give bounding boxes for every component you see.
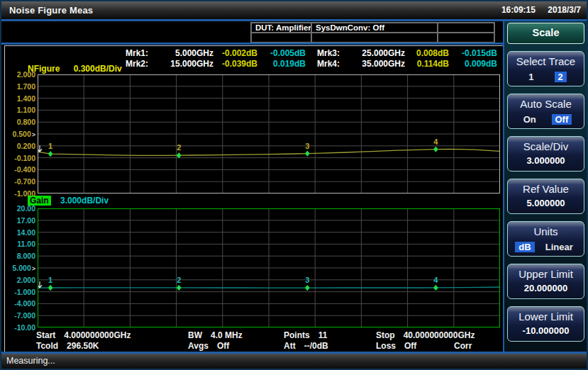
attenuation-readout: Att--/0dB	[284, 341, 328, 351]
units-option-linear[interactable]: Linear	[542, 242, 577, 252]
ref-level-arrow-icon: >	[32, 265, 35, 272]
svg-text:3: 3	[305, 142, 309, 150]
gain-scale-per-div: 3.000dB/Div	[60, 196, 109, 206]
svg-text:1: 1	[48, 276, 52, 284]
marker4-gain-value: 0.009dB	[449, 59, 497, 69]
auto-scale-option-off[interactable]: Off	[552, 114, 572, 125]
y-axis-tick-label: -10.00	[14, 323, 35, 332]
marker3-name: Mrk3:	[317, 48, 345, 58]
y-axis-tick-label: 11.00	[17, 240, 35, 248]
svg-text:2: 2	[177, 276, 181, 284]
accent-line-mid	[1, 43, 587, 45]
units-button[interactable]: Units dB Linear	[507, 221, 584, 257]
points-readout: Points11	[284, 330, 327, 340]
softkey-sidebar: Scale Select Trace 1 2 Auto Scale On Off…	[503, 21, 587, 352]
y-axis-tick-label: 17.00	[17, 216, 35, 225]
gain-trace-label: Gain 3.000dB/Div	[28, 196, 109, 206]
ref-value-button[interactable]: Ref Value 5.000000	[507, 179, 584, 214]
correction-indicator: Corr	[454, 341, 472, 351]
y-axis-tick-label: -7.000	[14, 311, 35, 320]
marker2-nfigure-value: -0.039dB	[213, 59, 257, 69]
svg-text:4: 4	[433, 138, 438, 146]
marker3-nfigure-value: 0.008dB	[405, 48, 449, 58]
y-axis-tick-label: -1.000	[14, 288, 35, 296]
status-bar: Measuring...	[1, 354, 587, 369]
marker2-name: Mrk2:	[126, 59, 154, 69]
nfigure-scale-per-div: 0.300dB/Div	[74, 64, 122, 74]
marker1-name: Mrk1:	[126, 48, 154, 58]
y-axis-tick-label: 14.00	[17, 228, 35, 237]
y-axis-tick-label: 0.500>	[12, 130, 35, 139]
y-axis-tick-label: -4.000	[14, 299, 35, 308]
scale-div-value: 3.000000	[508, 155, 584, 166]
stop-freq-readout: Stop40.000000000GHz	[376, 330, 475, 340]
y-axis-tick-label: -0.700	[14, 177, 35, 186]
nfigure-y-axis: 2.0001.7001.4001.1000.8000.500>0.200-0.1…	[5, 74, 36, 194]
nfigure-chart: 1234	[38, 74, 500, 194]
y-axis-tick-label: -0.100	[14, 154, 35, 162]
empty-cell	[438, 33, 494, 43]
y-axis-tick-label: -0.400	[14, 165, 35, 174]
lower-limit-button[interactable]: Lower Limit -10.000000	[507, 306, 584, 342]
bandwidth-readout: BW4.0 MHz	[188, 330, 243, 340]
svg-text:2: 2	[177, 143, 181, 152]
gain-chart: 1234	[38, 208, 500, 327]
marker3-gain-value: -0.015dB	[449, 48, 497, 58]
auto-scale-option-on[interactable]: On	[520, 114, 540, 125]
scale-div-button[interactable]: Scale/Div 3.000000	[507, 136, 584, 172]
marker2-gain-value: 0.019dB	[257, 59, 306, 69]
header-row: DUT: Amplifier SysDwnConv: Off	[1, 21, 587, 43]
y-axis-tick-label: 0.800	[17, 118, 35, 126]
dut-status-table: DUT: Amplifier SysDwnConv: Off	[250, 22, 495, 43]
y-axis-tick-label: 2.000	[17, 70, 35, 79]
y-axis-tick-label: 1.100	[17, 106, 35, 114]
status-text: Measuring...	[6, 354, 55, 369]
clock: 16:09:15 2018/3/7	[492, 1, 581, 19]
dut-cell: DUT: Amplifier	[251, 23, 311, 33]
empty-cell	[251, 33, 311, 43]
upper-limit-value: 20.000000	[508, 283, 584, 293]
y-axis-tick-label: 5.000>	[12, 264, 35, 273]
marker4-name: Mrk4:	[317, 59, 345, 69]
marker-group-1-2: Mrk1: 5.000GHz -0.002dB -0.005dB Mrk2: 1…	[126, 48, 306, 69]
select-trace-button[interactable]: Select Trace 1 2	[507, 51, 584, 86]
marker1-nfigure-value: -0.002dB	[213, 48, 257, 58]
instrument-screen: Noise Figure Meas 16:09:15 2018/3/7 DUT:…	[0, 0, 588, 370]
y-axis-tick-label: 2.000	[17, 276, 35, 284]
units-option-db[interactable]: dB	[515, 242, 534, 252]
ref-value-value: 5.000000	[508, 198, 584, 208]
title-bar: Noise Figure Meas 16:09:15 2018/3/7	[1, 1, 587, 19]
lower-limit-value: -10.000000	[508, 325, 584, 336]
y-axis-tick-label: 0.200	[17, 142, 35, 150]
scale-menu-title-button[interactable]: Scale	[507, 23, 584, 44]
marker4-freq: 35.000GHz	[345, 59, 405, 69]
select-trace-option-1[interactable]: 1	[525, 72, 537, 82]
y-axis-tick-label: 1.700	[17, 82, 35, 91]
nfigure-trace-label: NFigure 0.300dB/Div	[28, 64, 122, 74]
upper-limit-button[interactable]: Upper Limit 20.000000	[507, 264, 584, 299]
marker3-freq: 25.000GHz	[345, 48, 405, 58]
select-trace-option-2[interactable]: 2	[555, 72, 567, 82]
page-title: Noise Figure Meas	[9, 1, 93, 19]
start-freq-readout: Start4.000000000GHz	[36, 330, 131, 340]
marker1-freq: 5.000GHz	[154, 48, 213, 58]
ref-level-arrow-icon: >	[32, 131, 35, 138]
measurement-display: Mrk1: 5.000GHz -0.002dB -0.005dB Mrk2: 1…	[4, 45, 504, 352]
loss-readout: LossOff	[376, 341, 416, 351]
averages-readout: AvgsOff	[188, 341, 229, 351]
empty-cell	[311, 33, 438, 43]
y-axis-tick-label: 1.400	[17, 94, 35, 103]
empty-cell	[438, 23, 494, 33]
y-axis-tick-label: 8.000	[17, 252, 35, 260]
auto-scale-button[interactable]: Auto Scale On Off	[507, 94, 584, 129]
marker1-gain-value: -0.005dB	[257, 48, 306, 58]
gain-y-axis: 20.0017.0014.0011.008.0005.000>2.000-1.0…	[5, 208, 36, 327]
marker-group-3-4: Mrk3: 25.000GHz 0.008dB -0.015dB Mrk4: 3…	[317, 48, 497, 69]
tcold-readout: Tcold296.50K	[36, 341, 99, 351]
marker-readout: Mrk1: 5.000GHz -0.002dB -0.005dB Mrk2: 1…	[126, 48, 497, 69]
clock-time: 16:09:15	[501, 5, 536, 15]
svg-text:4: 4	[433, 276, 438, 284]
clock-date: 2018/3/7	[548, 5, 581, 15]
marker2-freq: 15.000GHz	[154, 59, 213, 69]
marker4-nfigure-value: 0.114dB	[405, 59, 449, 69]
